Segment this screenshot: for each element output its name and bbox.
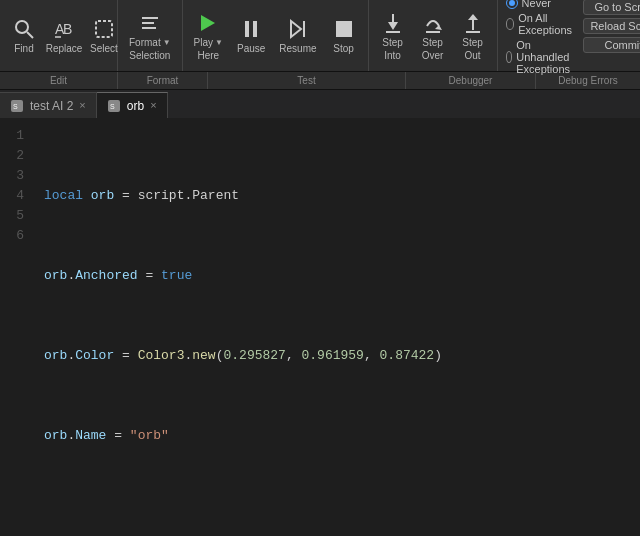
find-button[interactable]: Find xyxy=(6,14,42,57)
debug-errors-group: Never On All Exceptions On Unhandled Exc… xyxy=(498,0,640,71)
token-color3: Color3 xyxy=(138,346,185,366)
svg-marker-16 xyxy=(388,22,398,30)
test-group-label: Test xyxy=(208,72,406,89)
play-dropdown-arrow: ▼ xyxy=(215,38,223,47)
code-content[interactable]: local orb = script.Parent orb.Anchored =… xyxy=(36,118,640,536)
token-paren1: ( xyxy=(216,346,224,366)
token-orb: orb xyxy=(91,186,114,206)
select-icon xyxy=(92,17,116,41)
tab-icon-orb: S xyxy=(107,99,121,113)
replace-icon: A B xyxy=(52,17,76,41)
step-into-label: Step xyxy=(382,37,403,48)
token-parent: Parent xyxy=(192,186,239,206)
test-group: Play ▼ Here Pause Resume xyxy=(183,0,369,71)
unhandled-radio-dot xyxy=(506,51,513,63)
toolbar: Find A B Replace Select xyxy=(0,0,640,72)
svg-marker-21 xyxy=(468,14,478,20)
step-out-icon xyxy=(461,11,485,35)
replace-button[interactable]: A B Replace xyxy=(46,14,82,57)
step-into-icon xyxy=(381,11,405,35)
debugger-group-label: Debugger xyxy=(406,72,536,89)
code-line-2: orb.Anchored = true xyxy=(44,266,632,286)
commit-button[interactable]: Commit xyxy=(583,37,640,53)
token-name: Name xyxy=(75,426,106,446)
unhandled-label: On Unhandled Exceptions xyxy=(516,39,575,75)
svg-point-0 xyxy=(16,21,28,33)
token-orb-str: "orb" xyxy=(130,426,169,446)
format-icon xyxy=(138,11,162,35)
format-label-row: Format ▼ xyxy=(129,37,171,48)
toolbar-labels: Edit Format Test Debugger Debug Errors xyxy=(0,72,640,90)
tab-close-test-ai-2[interactable]: × xyxy=(79,100,85,111)
pause-button[interactable]: Pause xyxy=(232,14,270,57)
token-new: new xyxy=(192,346,215,366)
step-into-button[interactable]: Step Into xyxy=(375,8,411,64)
format-selection-sublabel: Selection xyxy=(129,50,170,61)
resume-button[interactable]: Resume xyxy=(274,14,321,57)
stop-icon xyxy=(332,17,356,41)
never-label: Never xyxy=(522,0,551,9)
tab-close-orb[interactable]: × xyxy=(150,100,156,111)
on-all-exceptions-radio[interactable]: On All Exceptions xyxy=(506,12,576,36)
token-dot2: . xyxy=(67,266,75,286)
format-dropdown-arrow: ▼ xyxy=(163,38,171,47)
svg-rect-10 xyxy=(245,21,249,37)
step-into-sublabel: Into xyxy=(384,50,401,61)
format-selection-label: Format xyxy=(129,37,161,48)
code-area[interactable]: 1 2 3 4 5 6 local orb = script.Parent or… xyxy=(0,118,640,536)
token-orb3: orb xyxy=(44,346,67,366)
svg-marker-9 xyxy=(201,15,215,31)
token-script: script xyxy=(138,186,185,206)
svg-text:S: S xyxy=(13,103,18,110)
token-eq3: = xyxy=(114,346,137,366)
token-num1: 0.295827 xyxy=(223,346,285,366)
step-over-button[interactable]: Step Over xyxy=(415,8,451,64)
token-paren2: ) xyxy=(434,346,442,366)
select-button[interactable]: Select xyxy=(86,14,122,57)
play-button[interactable]: Play ▼ Here xyxy=(189,8,228,64)
svg-rect-14 xyxy=(336,21,352,37)
edit-group-label: Edit xyxy=(0,72,118,89)
on-unhandled-radio[interactable]: On Unhandled Exceptions xyxy=(506,39,576,75)
token-anchored: Anchored xyxy=(75,266,137,286)
pause-icon xyxy=(239,17,263,41)
resume-label: Resume xyxy=(279,43,316,54)
token-eq4: = xyxy=(106,426,129,446)
code-line-3: orb.Color = Color3.new(0.295827, 0.96195… xyxy=(44,346,632,366)
svg-rect-11 xyxy=(253,21,257,37)
tab-orb[interactable]: S orb × xyxy=(97,92,168,118)
svg-marker-12 xyxy=(291,21,301,37)
step-out-button[interactable]: Step Out xyxy=(455,8,491,64)
format-selection-button[interactable]: Format ▼ Selection xyxy=(124,8,176,64)
edit-group: Find A B Replace Select xyxy=(0,0,118,71)
step-over-label: Step xyxy=(422,37,443,48)
token-num2: 0.961959 xyxy=(302,346,364,366)
pause-label: Pause xyxy=(237,43,265,54)
never-radio-dot xyxy=(506,0,518,9)
token-orb4: orb xyxy=(44,426,67,446)
replace-label: Replace xyxy=(46,43,83,54)
resume-icon xyxy=(286,17,310,41)
token-comma1: , xyxy=(286,346,302,366)
reload-script-button[interactable]: Reload Script xyxy=(583,18,640,34)
token-true: true xyxy=(161,266,192,286)
token-local: local xyxy=(44,186,91,206)
svg-text:S: S xyxy=(110,103,115,110)
never-radio[interactable]: Never xyxy=(506,0,576,9)
token-orb2: orb xyxy=(44,266,67,286)
code-line-1: local orb = script.Parent xyxy=(44,186,632,206)
debug-errors-group-label: Debug Errors xyxy=(536,72,640,89)
stop-button[interactable]: Stop xyxy=(326,14,362,57)
stop-label: Stop xyxy=(333,43,354,54)
token-dot3: . xyxy=(67,346,75,366)
step-out-sublabel: Out xyxy=(465,50,481,61)
svg-text:B: B xyxy=(63,21,72,37)
code-line-5 xyxy=(44,506,632,526)
token-eq2: = xyxy=(138,266,161,286)
code-line-4: orb.Name = "orb" xyxy=(44,426,632,446)
token-eq1: = xyxy=(114,186,137,206)
select-label: Select xyxy=(90,43,118,54)
tab-icon-test-ai-2: S xyxy=(10,99,24,113)
go-to-script-button[interactable]: Go to Script xyxy=(583,0,640,15)
tab-test-ai-2[interactable]: S test AI 2 × xyxy=(0,92,97,118)
